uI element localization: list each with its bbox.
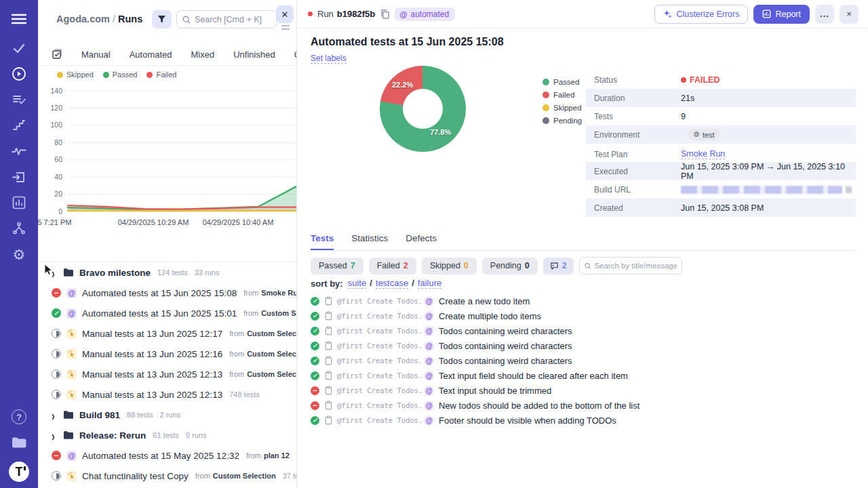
runs-play-icon[interactable] [0, 61, 38, 87]
runs-tab[interactable]: Groups [285, 49, 297, 60]
run-list-item[interactable]: › Bravo milestone 124 tests 33 runs [38, 262, 296, 283]
chevron-right-icon[interactable]: › [52, 407, 57, 422]
sort-link[interactable]: testcase [376, 278, 408, 289]
test-row[interactable]: @first Create Todos... @ Text input fiel… [311, 368, 856, 383]
detail-tab[interactable]: Tests [311, 233, 334, 250]
run-list-item[interactable]: @ Automated tests at 15 May 2025 12:32 f… [38, 445, 296, 466]
test-status-icon [311, 327, 319, 336]
integrations-branch-icon[interactable] [0, 216, 38, 241]
projects-folder-icon[interactable] [0, 430, 38, 455]
test-suite[interactable]: @first Create Todos... [337, 327, 421, 335]
test-row[interactable]: @first Create Todos... @ Text input shou… [311, 383, 856, 398]
detail-row: Duration 21s [586, 89, 856, 107]
menu-icon[interactable] [0, 3, 38, 35]
bar-chart-icon [762, 9, 771, 18]
run-list-item[interactable]: Manual tests at 13 Jun 2025 12:13 748 te… [38, 384, 296, 405]
runs-search-input[interactable] [195, 15, 271, 24]
analytics-pulse-icon[interactable] [0, 138, 38, 164]
breadcrumb-project[interactable]: Agoda.com [56, 14, 110, 24]
milestones-steps-icon[interactable] [0, 113, 38, 138]
set-labels-link[interactable]: Set labels [311, 54, 347, 64]
app-logo[interactable]: T [0, 455, 38, 488]
test-suite[interactable]: @first Create Todos... [337, 371, 421, 380]
comments-filter-button[interactable]: 2 [543, 258, 574, 274]
run-list-item[interactable]: Manual tests at 13 Jun 2025 12:17 fromCu… [38, 323, 296, 344]
tests-search-input[interactable] [594, 262, 676, 270]
filter-button[interactable] [152, 10, 172, 28]
test-suite[interactable]: @first Create Todos... [337, 401, 421, 409]
test-title[interactable]: Text input field should be cleared after… [439, 371, 628, 381]
sort-link[interactable]: failure [418, 278, 441, 289]
run-list-item[interactable]: Chat functinality test Copy fromCustom S… [38, 466, 296, 486]
chevron-right-icon[interactable]: › [52, 428, 57, 443]
run-tests-count: 748 tests [229, 390, 260, 399]
reports-chart-icon[interactable] [0, 190, 38, 216]
run-list-item[interactable]: @ Automated tests at 15 Jun 2025 15:01 f… [38, 303, 296, 323]
test-plan-link[interactable]: Smoke Run [681, 149, 725, 159]
test-title[interactable]: Create a new todo item [439, 296, 530, 306]
donut-legend-item[interactable]: Failed [542, 88, 582, 101]
donut-legend-item[interactable]: Pending [542, 114, 582, 127]
test-suite[interactable]: @first Create Todos... [337, 297, 421, 305]
help-icon[interactable]: ? [0, 404, 38, 430]
detail-tab[interactable]: Statistics [351, 233, 388, 250]
test-suite[interactable]: @first Create Todos... [337, 357, 421, 365]
test-title[interactable]: New todos should be added to the bottom … [439, 401, 639, 411]
test-title[interactable]: Footer should be visible when adding TOD… [439, 415, 616, 426]
donut-legend-item[interactable]: Passed [542, 75, 582, 88]
status-filter-button[interactable]: Failed2 [369, 258, 416, 274]
clusterize-errors-button[interactable]: Clusterize Errors [654, 5, 748, 24]
run-list-item[interactable]: @ Automated tests at 15 Jun 2025 15:08 f… [38, 283, 296, 303]
test-row[interactable]: @first Create Todos... @ New todos shoul… [311, 398, 856, 413]
status-filter-button[interactable]: Skipped0 [422, 258, 477, 274]
status-filter-button[interactable]: Pending0 [482, 258, 538, 274]
test-suite[interactable]: @first Create Todos... [337, 342, 421, 350]
runs-tab[interactable]: Manual [72, 49, 120, 60]
detail-tab[interactable]: Defects [406, 233, 437, 250]
test-title[interactable]: Todos containing weird characters [439, 326, 572, 336]
report-button[interactable]: Report [753, 5, 810, 24]
test-row[interactable]: @first Create Todos... @ Todos containin… [311, 338, 856, 353]
select-runs-icon[interactable] [52, 49, 62, 60]
status-filter-button[interactable]: Passed7 [311, 258, 363, 274]
panel-close-button[interactable]: ✕ [276, 5, 294, 23]
tests-check-icon[interactable] [0, 35, 38, 61]
test-title[interactable]: Create multiple todo items [439, 311, 541, 321]
test-row[interactable]: @first Create Todos... @ Footer should b… [311, 413, 856, 428]
legend-item[interactable]: Passed [103, 70, 138, 79]
runs-tab[interactable]: Automated [120, 49, 182, 60]
legend-item[interactable]: Failed [146, 70, 176, 79]
test-title[interactable]: Text input should be trimmed [439, 386, 551, 396]
test-plans-icon[interactable] [0, 87, 38, 113]
sort-link[interactable]: suite [348, 278, 366, 289]
environment-pill[interactable]: ⚙test [688, 129, 720, 140]
donut-legend-item[interactable]: Skipped [542, 101, 582, 114]
run-list-item[interactable]: › Release: Rerun 61 tests 9 runs [38, 425, 296, 445]
run-list-item[interactable]: › Build 981 88 tests 2 runs [38, 405, 296, 425]
test-row[interactable]: @first Create Todos... @ Todos containin… [311, 353, 856, 368]
copy-run-id-button[interactable] [380, 9, 389, 19]
legend-item[interactable]: Skipped [57, 70, 94, 79]
run-source: Custom Selection [247, 329, 296, 338]
runs-tab[interactable]: Unfinished [224, 49, 284, 60]
run-list-item[interactable]: Manual tests at 13 Jun 2025 12:13 fromCu… [38, 364, 296, 384]
legend-dot [542, 104, 549, 111]
test-suite[interactable]: @first Create Todos... [337, 416, 421, 424]
history-plot[interactable]: 140120100806040200 [38, 83, 296, 218]
settings-gear-icon[interactable]: ⚙ [0, 241, 38, 267]
close-run-button[interactable]: × [840, 5, 859, 24]
test-title[interactable]: Todos containing weird characters [439, 341, 572, 351]
test-title[interactable]: Todos containing weird characters [439, 356, 572, 366]
test-suite[interactable]: @first Create Todos... [337, 312, 421, 320]
test-row[interactable]: @first Create Todos... @ Create multiple… [311, 308, 856, 323]
run-list-item[interactable]: Manual tests at 13 Jun 2025 12:16 fromCu… [38, 344, 296, 364]
import-inbox-icon[interactable] [0, 164, 38, 190]
runs-tab[interactable]: Mixed [182, 49, 224, 60]
automated-badge[interactable]: @automated [395, 7, 455, 21]
results-donut-chart[interactable]: 22.2% 77.8% [380, 66, 466, 152]
test-row[interactable]: @first Create Todos... @ Todos containin… [311, 323, 856, 338]
more-actions-button[interactable]: ... [815, 5, 834, 24]
resize-handle-icon[interactable] [281, 25, 290, 30]
test-suite[interactable]: @first Create Todos... [337, 386, 421, 394]
test-row[interactable]: @first Create Todos... @ Create a new to… [311, 293, 856, 308]
